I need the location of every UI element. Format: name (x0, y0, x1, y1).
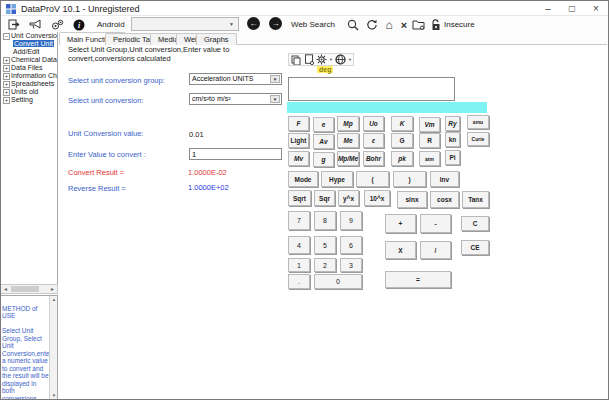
search-icon[interactable] (346, 18, 360, 31)
close-button[interactable]: × (584, 1, 608, 16)
calc-key-0[interactable]: 0 (314, 274, 362, 289)
calc-key-pk[interactable]: pk (391, 151, 413, 166)
expand-icon[interactable]: + (3, 65, 10, 72)
tree-item-chemical-data[interactable]: +Chemical Data (1, 56, 57, 64)
calc-key-8[interactable]: 8 (314, 211, 336, 230)
calc-key-Mv[interactable]: Mv (288, 151, 309, 166)
calc-key-Bohr[interactable]: Bohr (363, 151, 384, 166)
calc-key-e[interactable]: e (313, 117, 334, 132)
paste-icon[interactable] (302, 54, 315, 66)
expand-icon[interactable]: + (3, 89, 10, 96)
calc-key-clear[interactable]: C (461, 216, 489, 231)
calc-key-plus[interactable]: + (385, 214, 416, 233)
tree-item-setting[interactable]: +Setting (1, 96, 57, 104)
group-combobox[interactable]: Acceleration UNITS ▼ (189, 73, 282, 85)
calc-key-2[interactable]: 2 (314, 258, 336, 272)
calc-key-10-pow-x[interactable]: 10^x (364, 190, 390, 206)
value-to-convert-input[interactable] (189, 148, 282, 160)
calc-key-5[interactable]: 5 (314, 236, 336, 254)
calc-key-Tanx[interactable]: Tanx (462, 191, 489, 208)
calc-key-Light[interactable]: Light (288, 133, 309, 148)
settings-gear-icon[interactable] (315, 54, 328, 66)
calc-key-close-paren[interactable]: ) (393, 171, 426, 187)
calc-key-Hype[interactable]: Hype (321, 171, 353, 187)
tab-graphs[interactable]: Graphs (196, 33, 237, 45)
expand-icon[interactable]: + (3, 57, 10, 64)
maximize-button[interactable]: ▢ (560, 1, 584, 16)
calc-key-Mp-Me[interactable]: Mp/Me (337, 151, 359, 166)
tree-item-convert-unit[interactable]: Convert Unit (1, 40, 57, 48)
calc-key-divide[interactable]: / (420, 241, 451, 259)
calc-key-R[interactable]: R (419, 133, 440, 148)
calc-key-Vm[interactable]: Vm (419, 117, 440, 132)
forward-button[interactable]: → (269, 17, 282, 30)
calc-key-Inv[interactable]: Inv (430, 171, 459, 187)
calc-key-amu[interactable]: amu (467, 115, 489, 129)
calc-key-9[interactable]: 9 (340, 211, 362, 230)
megaphone-icon[interactable] (28, 18, 42, 31)
tree-item-information-charts[interactable]: +Information Charts (1, 72, 57, 80)
calc-key-Sqrt[interactable]: Sqrt (288, 190, 311, 206)
calc-key-epsilon[interactable]: ε (363, 133, 384, 148)
gears-icon[interactable] (50, 18, 64, 31)
unlock-icon[interactable] (429, 18, 443, 31)
calculator-display[interactable] (288, 77, 455, 101)
calc-key-Sqr[interactable]: Sqr (314, 190, 335, 206)
calc-key-4[interactable]: 4 (288, 236, 310, 254)
calc-key-Mode[interactable]: Mode (288, 171, 318, 187)
collapse-icon[interactable]: − (3, 33, 10, 40)
calc-key-equals[interactable]: = (385, 271, 451, 288)
home-icon[interactable]: ⌂ (382, 18, 396, 31)
refresh-icon[interactable] (365, 18, 379, 31)
stop-icon[interactable]: × (397, 18, 411, 31)
tree-item-data-files[interactable]: +Data Files (1, 64, 57, 72)
calc-key-kn[interactable]: kn (445, 132, 460, 147)
calc-key-Me[interactable]: Me (337, 133, 359, 148)
calc-key-6[interactable]: 6 (340, 236, 362, 254)
globe-icon[interactable] (334, 54, 347, 66)
calc-key-cosx[interactable]: cosx (430, 191, 459, 208)
expand-icon[interactable]: + (3, 81, 10, 88)
tree-horizontal-scrollbar[interactable]: ◄ ► (1, 284, 58, 294)
calc-key-Mp[interactable]: Mp (337, 116, 359, 131)
method-vertical-scrollbar[interactable]: ▲ ▼ (49, 296, 57, 400)
scroll-up-icon[interactable]: ▲ (50, 296, 58, 304)
back-button[interactable]: ← (247, 17, 260, 30)
calc-key-multiply[interactable]: X (385, 241, 416, 259)
conversion-combobox[interactable]: cm/s²to m/s² ▼ (189, 93, 282, 105)
calc-key-1[interactable]: 1 (288, 258, 310, 272)
calc-key-y-pow-x[interactable]: y^x (338, 190, 359, 206)
calc-key-minus[interactable]: - (420, 214, 451, 233)
calc-key-3[interactable]: 3 (340, 258, 362, 272)
scroll-down-icon[interactable]: ▼ (50, 392, 58, 400)
calc-key-sinx[interactable]: sinx (397, 191, 427, 208)
calc-key-Av[interactable]: Av (313, 134, 334, 149)
tree-item-spreadsheets[interactable]: +Spreadsheets (1, 80, 57, 88)
folder-icon[interactable] (411, 18, 425, 31)
tree-item-unit-conversions[interactable]: −Unit Conversions (1, 32, 57, 40)
android-combobox[interactable]: ▼ (131, 17, 239, 31)
scrollbar-thumb[interactable] (11, 286, 39, 292)
expand-icon[interactable]: + (3, 97, 10, 104)
calc-key-7[interactable]: 7 (288, 211, 310, 230)
degrees-mode-badge[interactable]: deg (317, 66, 333, 73)
expand-icon[interactable]: + (3, 73, 10, 80)
copy-icon[interactable] (289, 54, 302, 66)
calc-key-G[interactable]: G (391, 133, 413, 148)
calc-key-decimal[interactable]: . (288, 274, 310, 289)
globe-dropdown-icon[interactable]: ▼ (347, 57, 353, 62)
minimize-button[interactable]: – (536, 1, 560, 16)
calc-key-Uo[interactable]: Uo (363, 116, 384, 131)
calc-key-atm[interactable]: atm (419, 151, 440, 166)
scroll-left-icon[interactable]: ◄ (1, 285, 10, 293)
calc-key-Pi[interactable]: Pi (445, 150, 460, 165)
calc-key-open-paren[interactable]: ( (356, 171, 389, 187)
info-icon[interactable]: i (72, 18, 86, 31)
calc-key-Curie[interactable]: Curie (467, 132, 489, 146)
tree-item-units-old[interactable]: +Units old (1, 88, 57, 96)
exit-icon[interactable] (7, 18, 21, 31)
calc-key-clear-entry[interactable]: CE (461, 240, 489, 255)
calc-key-g[interactable]: g (313, 152, 334, 167)
calc-key-Ry[interactable]: Ry (445, 116, 460, 131)
calc-key-F[interactable]: F (288, 116, 309, 131)
